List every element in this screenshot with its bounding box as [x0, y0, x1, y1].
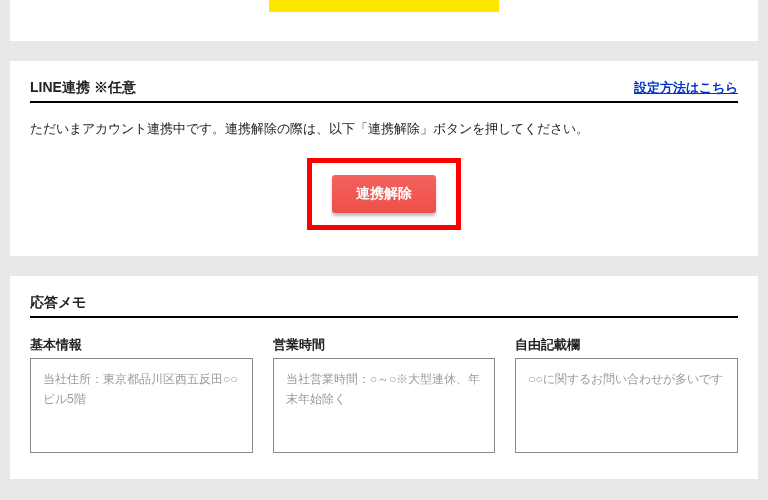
memo-input-free[interactable]: ○○に関するお問い合わせが多いです	[515, 358, 738, 453]
memo-col-free: 自由記載欄 ○○に関するお問い合わせが多いです	[515, 336, 738, 453]
memo-label-basic: 基本情報	[30, 336, 253, 354]
memo-label-free: 自由記載欄	[515, 336, 738, 354]
unlink-button[interactable]: 連携解除	[332, 175, 436, 213]
memo-section-title: 応答メモ	[30, 294, 738, 318]
line-section-title: LINE連携 ※任意	[30, 79, 136, 97]
top-card	[10, 0, 758, 41]
help-link[interactable]: 設定方法はこちら	[634, 80, 738, 97]
memo-col-hours: 営業時間 当社営業時間：○～○※大型連休、年末年始除く	[273, 336, 496, 453]
unlink-area: 連携解除	[30, 158, 738, 230]
memo-input-hours[interactable]: 当社営業時間：○～○※大型連休、年末年始除く	[273, 358, 496, 453]
memo-input-basic[interactable]: 当社住所：東京都品川区西五反田○○ビル5階	[30, 358, 253, 453]
memo-label-hours: 営業時間	[273, 336, 496, 354]
line-link-card: LINE連携 ※任意 設定方法はこちら ただいまアカウント連携中です。連携解除の…	[10, 61, 758, 256]
line-section-header: LINE連携 ※任意 設定方法はこちら	[30, 79, 738, 103]
memo-columns: 基本情報 当社住所：東京都品川区西五反田○○ビル5階 営業時間 当社営業時間：○…	[30, 336, 738, 453]
response-memo-card: 応答メモ 基本情報 当社住所：東京都品川区西五反田○○ビル5階 営業時間 当社営…	[10, 276, 758, 479]
unlink-highlight-box: 連携解除	[307, 158, 461, 230]
yellow-bar-remnant	[269, 0, 499, 12]
line-section-description: ただいまアカウント連携中です。連携解除の際は、以下「連携解除」ボタンを押してくだ…	[30, 121, 738, 138]
memo-col-basic: 基本情報 当社住所：東京都品川区西五反田○○ビル5階	[30, 336, 253, 453]
